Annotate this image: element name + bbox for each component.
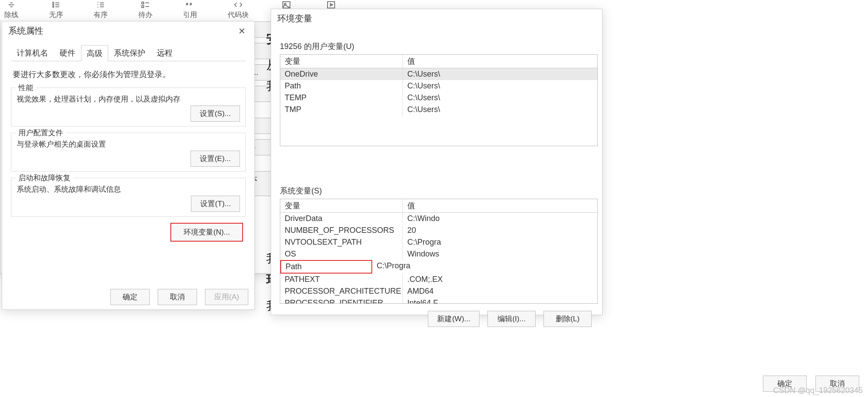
todo-icon [140,0,151,10]
cell-val: C:\Users\ [403,104,597,116]
table-row[interactable]: PathC:\Users\ [280,80,597,92]
table-row[interactable]: PROCESSOR_IDENTIFIERIntel64 F [280,297,597,304]
new-button[interactable]: 新建(W)... [428,311,480,327]
cell-val: C:\Users\ [403,92,597,104]
cell-val: .COM;.EX [403,274,597,285]
cell-var: NUMBER_OF_PROCESSORS [280,225,403,236]
table-row[interactable]: PathC:\Progra [280,260,597,274]
environment-variables-button[interactable]: 环境变量(N)... [170,223,243,242]
apply-button[interactable]: 应用(A) [205,289,248,305]
env-buttons: 新建(W)... 编辑(I)... 删除(L) [278,311,592,327]
toolbar-label: 引用 [183,11,197,20]
toolbar-ol[interactable]: 有序 [94,0,108,20]
dialog-title: 环境变量 [277,13,312,25]
group-desc: 与登录帐户相关的桌面设置 [17,139,240,149]
cell-var: Path [280,80,403,92]
cell-val: Windows [403,248,597,260]
watermark: CSDN @qq_1925620345 [773,386,863,395]
cell-val: C:\Progra [403,236,597,248]
cell-var: TMP [280,104,403,116]
toolbar-label: 无序 [49,11,63,20]
group-label: 启动和故障恢复 [16,173,73,183]
ul-icon [51,0,61,10]
cell-var: TEMP [280,92,403,104]
group-desc: 视觉效果，处理器计划，内存使用，以及虚拟内存 [17,94,240,104]
dialog-footer: 确定 取消 应用(A) [110,289,248,305]
cell-val: C:\Windo [403,213,597,225]
close-icon[interactable]: ✕ [236,26,248,36]
system-vars-label: 系统变量(S) [280,186,593,196]
toolbar-strike[interactable]: 除线 [4,0,18,20]
dialog-titlebar: 环境变量 [271,9,602,28]
svg-point-2 [53,6,54,7]
cell-val: 20 [403,225,597,236]
col-variable: 变量 [280,55,403,68]
user-vars-label: 19256 的用户变量(U) [280,41,593,52]
edit-button[interactable]: 编辑(I)... [487,311,536,327]
group-performance: 性能 视觉效果，处理器计划，内存使用，以及虚拟内存 设置(S)... [11,88,246,126]
cell-var: OneDrive [280,68,403,80]
image-icon [281,0,292,10]
user-vars-table[interactable]: 变量 值 OneDriveC:\Users\PathC:\Users\TEMPC… [280,54,598,146]
table-row[interactable]: DriverDataC:\Windo [280,213,597,225]
video-icon [326,0,336,10]
group-desc: 系统启动、系统故障和调试信息 [17,184,240,194]
tab-remote[interactable]: 远程 [151,45,178,61]
dialog-title: 系统属性 [8,25,43,37]
table-row[interactable]: TEMPC:\Users\ [280,92,597,104]
table-row[interactable]: PATHEXT.COM;.EX [280,274,597,285]
cell-var: Path [280,260,372,274]
svg-rect-3 [142,2,144,4]
cell-var: PROCESSOR_ARCHITECTURE [280,285,403,297]
cell-val: C:\Users\ [403,68,597,80]
toolbar-ul[interactable]: 无序 [49,0,63,20]
startup-settings-button[interactable]: 设置(T)... [191,196,240,212]
table-row[interactable]: OSWindows [280,248,597,260]
tab-advanced[interactable]: 高级 [81,45,108,61]
ok-button[interactable]: 确定 [110,289,150,305]
cell-var: NVTOOLSEXT_PATH [280,236,403,248]
cell-var: DriverData [280,213,403,225]
table-header: 变量 值 [280,55,597,68]
col-value: 值 [403,55,597,68]
performance-settings-button[interactable]: 设置(S)... [191,105,240,122]
toolbar-todo[interactable]: 待办 [138,0,152,20]
toolbar-label: 除线 [4,11,18,20]
group-user-profile: 用户配置文件 与登录帐户相关的桌面设置 设置(E)... [11,133,246,172]
tab-computer-name[interactable]: 计算机名 [11,45,54,61]
table-row[interactable]: NVTOOLSEXT_PATHC:\Progra [280,236,597,248]
dialog-titlebar: 系统属性 ✕ [2,21,254,40]
cell-var: OS [280,248,403,260]
table-row[interactable]: PROCESSOR_ARCHITECTUREAMD64 [280,285,597,297]
table-row[interactable]: TMPC:\Users\ [280,104,597,116]
cell-val: C:\Users\ [403,80,597,92]
toolbar-label: 代码块 [228,11,249,20]
svg-point-0 [53,2,54,4]
table-header: 变量 值 [280,199,597,213]
toolbar-quote[interactable]: 引用 [183,0,197,20]
tabs: 计算机名 硬件 高级 系统保护 远程 [11,45,246,61]
admin-message: 要进行大多数更改，你必须作为管理员登录。 [13,69,244,80]
table-row[interactable]: NUMBER_OF_PROCESSORS20 [280,225,597,236]
table-row[interactable]: OneDriveC:\Users\ [280,68,597,80]
tab-hardware[interactable]: 硬件 [54,45,81,61]
tab-system-protection[interactable]: 系统保护 [108,45,151,61]
col-value: 值 [403,199,597,212]
quote-icon [185,0,195,10]
toolbar-label: 有序 [94,11,108,20]
svg-rect-7 [328,2,335,8]
cell-var: PROCESSOR_IDENTIFIER [280,297,403,304]
system-vars-table[interactable]: 变量 值 DriverDataC:\WindoNUMBER_OF_PROCESS… [280,199,598,304]
group-label: 用户配置文件 [16,128,66,138]
cancel-button[interactable]: 取消 [158,289,197,305]
strike-icon [6,0,17,10]
toolbar-code[interactable]: 代码块 [228,0,249,20]
profile-settings-button[interactable]: 设置(E)... [191,151,240,167]
code-icon [233,0,243,10]
col-variable: 变量 [280,199,403,212]
environment-variables-dialog: 环境变量 19256 的用户变量(U) 变量 值 OneDriveC:\User… [271,9,603,315]
svg-point-1 [53,4,54,6]
delete-button[interactable]: 删除(L) [543,311,592,327]
system-properties-dialog: 系统属性 ✕ 计算机名 硬件 高级 系统保护 远程 要进行大多数更改，你必须作为… [2,21,255,310]
svg-rect-4 [142,6,144,8]
